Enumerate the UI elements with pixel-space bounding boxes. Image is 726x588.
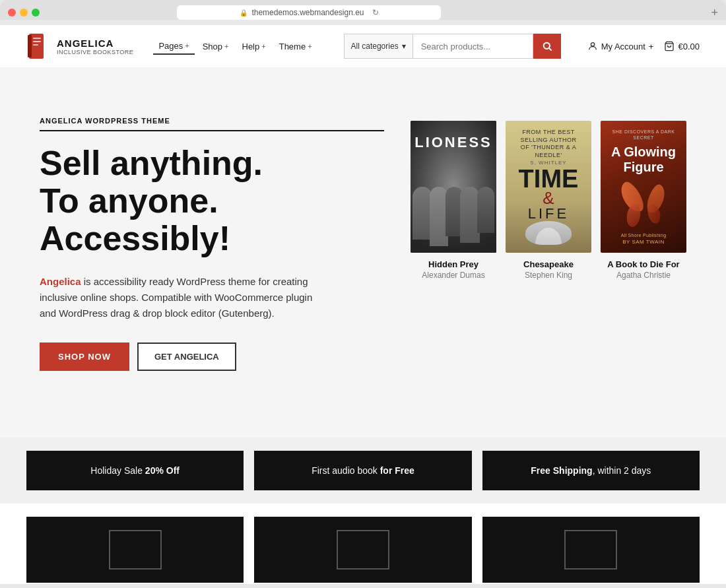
header-right: My Account + €0.00 xyxy=(587,41,700,51)
svg-line-6 xyxy=(549,48,552,51)
hero-books: LIONESS Hidden Prey Alexander Dumas xyxy=(411,108,686,280)
hero-left: ANGELICA WORDPRESS THEME Sell anything. … xyxy=(40,108,384,371)
cart-button[interactable]: €0.00 xyxy=(664,41,700,51)
refresh-icon[interactable]: ↻ xyxy=(372,8,379,17)
search-area: All categories ▾ xyxy=(344,34,561,59)
svg-rect-1 xyxy=(28,35,32,57)
book-1-title: Hidden Prey xyxy=(428,259,478,269)
browser-chrome: 🔒 themedemos.webmandesign.eu ↻ + xyxy=(0,0,726,20)
url-text: themedemos.webmandesign.eu xyxy=(251,8,364,17)
logo-icon xyxy=(26,32,50,60)
book-cover-3[interactable]: SHE DISCOVERS A DARK SECRET A GlowingFig… xyxy=(601,121,686,253)
book-2-author: Stephen King xyxy=(525,271,572,280)
book-1-cover-title: LIONESS xyxy=(411,134,496,151)
book-3-author: Agatha Christie xyxy=(616,271,671,280)
cover-2-life: LIFE xyxy=(519,207,579,221)
logo-name: ANGELICA xyxy=(57,38,133,49)
hero-buttons: SHOP NOW GET ANGELICA xyxy=(40,343,384,371)
close-button[interactable] xyxy=(8,9,16,16)
book-card-3: SHE DISCOVERS A DARK SECRET A GlowingFig… xyxy=(601,121,686,280)
book-2-title: Chesapeake xyxy=(523,259,574,269)
maximize-button[interactable] xyxy=(32,9,40,16)
hero-section: ANGELICA WORDPRESS THEME Sell anything. … xyxy=(0,68,726,438)
search-input[interactable] xyxy=(412,34,533,59)
search-icon xyxy=(542,41,552,51)
traffic-lights xyxy=(8,9,40,16)
logo-text: ANGELICA INCLUSIVE BOOKSTORE xyxy=(57,38,133,55)
svg-rect-3 xyxy=(33,41,41,42)
book-card-2: FROM THE BEST SELLING AUTHOROF 'THUNDER … xyxy=(506,121,591,280)
bottom-card-1[interactable] xyxy=(26,517,244,583)
book-1-author: Alexander Dumas xyxy=(422,271,484,280)
cover-3-author: BY SAM TWAIN xyxy=(607,239,680,245)
cover-3-title: A GlowingFigure xyxy=(607,145,680,175)
account-icon xyxy=(587,41,598,51)
svg-point-5 xyxy=(543,43,549,49)
cover-2-time: TIME xyxy=(519,168,579,189)
hero-description: Angelica is accessibility ready WordPres… xyxy=(40,274,330,321)
svg-rect-2 xyxy=(33,38,41,39)
website-content: ANGELICA INCLUSIVE BOOKSTORE Pages + Sho… xyxy=(0,25,726,584)
bottom-card-2[interactable] xyxy=(254,517,471,583)
book-cover-2[interactable]: FROM THE BEST SELLING AUTHOROF 'THUNDER … xyxy=(506,121,591,253)
logo[interactable]: ANGELICA INCLUSIVE BOOKSTORE xyxy=(26,32,133,60)
promo-banner-1[interactable]: Holiday Sale 20% Off xyxy=(26,451,244,490)
minimize-button[interactable] xyxy=(20,9,28,16)
site-header: ANGELICA INCLUSIVE BOOKSTORE Pages + Sho… xyxy=(0,25,726,68)
bottom-card-3[interactable] xyxy=(482,517,700,583)
new-tab-button[interactable]: + xyxy=(711,6,718,20)
search-button[interactable] xyxy=(533,34,561,59)
logo-tagline: INCLUSIVE BOOKSTORE xyxy=(57,49,133,55)
nav-theme[interactable]: Theme + xyxy=(274,39,317,54)
nav-help[interactable]: Help + xyxy=(237,39,271,54)
cart-icon xyxy=(664,41,675,51)
book-card-1: LIONESS Hidden Prey Alexander Dumas xyxy=(411,121,496,280)
nav-pages[interactable]: Pages + xyxy=(153,38,194,55)
promo-banner-3[interactable]: Free Shipping, within 2 days xyxy=(482,451,700,490)
shop-now-button[interactable]: SHOP NOW xyxy=(40,343,129,371)
search-input-wrap xyxy=(412,34,533,59)
get-angelica-button[interactable]: GET ANGELICA xyxy=(137,343,236,371)
address-bar[interactable]: 🔒 themedemos.webmandesign.eu ↻ xyxy=(177,5,441,20)
lock-icon: 🔒 xyxy=(240,9,248,16)
promo-strip: Holiday Sale 20% Off First audio book fo… xyxy=(0,438,726,504)
book-3-title: A Book to Die For xyxy=(607,259,679,269)
hero-badge: ANGELICA WORDPRESS THEME xyxy=(40,117,384,131)
promo-banner-2[interactable]: First audio book for Free xyxy=(254,451,471,490)
book-cover-1[interactable]: LIONESS xyxy=(411,121,496,253)
hero-title: Sell anything. To anyone. Accessibly! xyxy=(40,145,384,258)
nav-shop[interactable]: Shop + xyxy=(197,39,234,54)
svg-rect-4 xyxy=(33,44,38,46)
category-dropdown[interactable]: All categories ▾ xyxy=(344,34,412,59)
brand-link[interactable]: Angelica xyxy=(40,276,81,287)
main-nav: Pages + Shop + Help + Theme + xyxy=(153,38,317,55)
svg-point-7 xyxy=(591,43,594,46)
account-button[interactable]: My Account + xyxy=(587,41,654,51)
bottom-section xyxy=(0,504,726,584)
